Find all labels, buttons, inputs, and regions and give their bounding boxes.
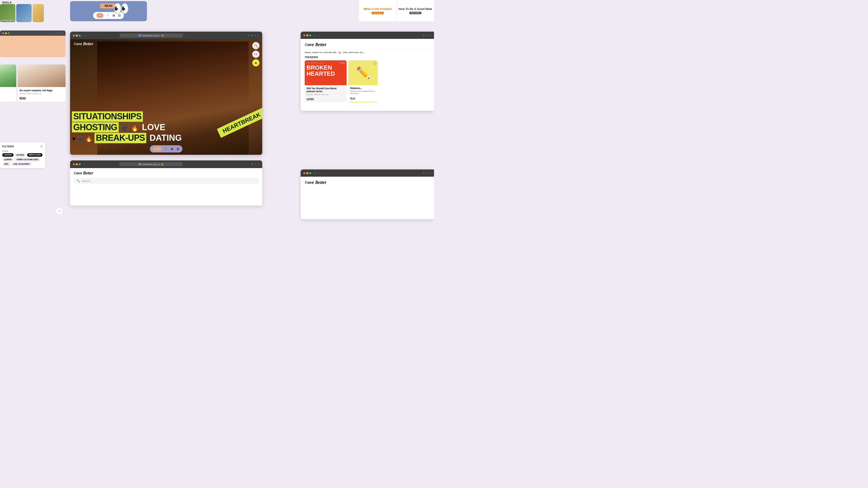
main-browser-chrome: ⬡ ‹ lovebetter.org.nz 🔒 ↻ ⬆ + ⬡ xyxy=(70,32,262,39)
nav-heart-main[interactable]: ♡ xyxy=(164,147,167,151)
top-card-2[interactable]: How To Be A Good Mate EXPLORE xyxy=(397,0,434,22)
window-icon-left: ⬡ xyxy=(55,32,57,34)
share-icon-rb[interactable]: ⬆ xyxy=(423,172,425,175)
close-x-icon[interactable]: ✕ xyxy=(338,61,340,64)
expand-icon-right[interactable]: ⬡ xyxy=(429,34,431,37)
filters-close-icon[interactable]: ✕ xyxy=(40,144,43,148)
tablet-mockup: READ 🏠 ♡ ⊞ ⊟ xyxy=(70,1,147,21)
url-text-main: lovebetter.org.nz xyxy=(142,34,160,37)
trending-card-2[interactable]: ♡ ✏️ Relations... Everyone des trusting … xyxy=(348,60,378,102)
window-toggle-rb[interactable]: ⬡ xyxy=(313,172,316,175)
plus-icon-main[interactable]: + xyxy=(254,34,256,37)
expand-icon-left[interactable]: ⬡ xyxy=(61,32,63,34)
reels-label: REELS xyxy=(2,1,12,4)
dot-green-left xyxy=(8,32,9,34)
love-better-logo-right: ©ove Better xyxy=(305,42,430,47)
reel-label-3: Dati... xyxy=(36,20,40,21)
filter-tag-red-flags[interactable]: RED FLAGS xyxy=(27,153,42,157)
top-card-1[interactable]: What is the Problem EXPLORE xyxy=(359,0,396,22)
dot-green-rb xyxy=(309,172,311,174)
filter-tag-third-culture[interactable]: THIRD CULTURE KIDS xyxy=(14,158,40,161)
main-center: ⬡ ‹ lovebetter.org.nz 🔒 ↻ ⬆ + ⬡ ©ove Bet… xyxy=(66,25,267,244)
nav-filter-main[interactable]: ⊟ xyxy=(177,147,179,151)
refresh-icon-main[interactable]: ↻ xyxy=(248,34,250,37)
right-bottom-chrome: ⬡ ‹ › ⬆ + ⬡ xyxy=(301,169,434,177)
emoji-flame: 🔥 xyxy=(131,125,138,131)
right-tagline: MORE. LEARN TO LOVE BETTER. 🏠 1000+ ARTI… xyxy=(305,50,430,54)
filter-tag-expert[interactable]: ASK AN EXPERT xyxy=(11,162,32,166)
explore-badge-1[interactable]: EXPLORE xyxy=(372,12,383,14)
filter-tag-advice[interactable]: ADVICE xyxy=(2,153,13,157)
broken-hearted-tags: ADVICE, BREAK-UPS (+3) xyxy=(307,94,345,96)
reel-thumb-2[interactable]: ♡ xyxy=(16,4,32,22)
nav-back-bottom[interactable]: ‹ xyxy=(84,163,84,166)
left-card-read[interactable]: READ xyxy=(20,97,26,99)
nav-forward-rb[interactable]: › xyxy=(319,171,320,175)
right-browser-window: ⬡ ‹ › ⬆ + ⬡ ©ove Better MORE. LEARN TO L… xyxy=(301,32,434,111)
hero-text-overlay: SITUATIONSHIPS GHOSTING 🖤 🔥 LOVE ♥ 🖤 🔥 B… xyxy=(71,111,240,143)
reel-thumb-3[interactable]: ♡ Dati... xyxy=(33,4,44,22)
nav-back-right[interactable]: ‹ xyxy=(317,34,318,37)
love-better-logo-main: ©ove Better xyxy=(74,41,93,46)
card2-heart[interactable]: ♡ xyxy=(373,62,376,66)
nav-back-rb[interactable]: ‹ xyxy=(317,171,318,175)
reel-heart-1: ♡ xyxy=(12,5,14,7)
reel-thumb-1[interactable]: ♡ Break-up advice xyxy=(0,4,16,22)
site-header-main: ©ove Better xyxy=(70,39,262,48)
explore-badge-2[interactable]: EXPLORE xyxy=(409,12,421,14)
top-strip: REELS ♡ Break-up advice ♡ ♡ Dati... READ… xyxy=(0,0,434,25)
nav-grid-main[interactable]: ⊞ xyxy=(170,147,174,151)
nav-home-main[interactable]: 🏠 xyxy=(153,147,161,151)
reel-heart-3: ♡ xyxy=(41,5,43,7)
search-icon-btn[interactable]: 🔍 xyxy=(252,42,259,49)
deco-hearts-2: ♥ ✕ xyxy=(307,81,310,84)
filter-tag-queer[interactable]: QUEER xyxy=(2,158,13,161)
reel-heart-2: ♡ xyxy=(29,5,31,7)
expand-icon-rb[interactable]: ⬡ xyxy=(429,172,431,175)
right-bottom-browser: ⬡ ‹ › ⬆ + ⬡ ©ove Better xyxy=(301,169,434,219)
card2-title: Relations... xyxy=(350,87,376,90)
filter-tag-sex[interactable]: SEX xyxy=(2,162,10,166)
lock-icon-bottom: 🔒 xyxy=(161,163,163,165)
nav-back-main[interactable]: ‹ xyxy=(86,34,87,37)
listen-link[interactable]: LISTEN xyxy=(307,98,314,100)
lock-icon-main: 🔒 xyxy=(161,34,164,37)
arrow-button[interactable]: → xyxy=(56,207,63,215)
filter-tag-dating[interactable]: DATING xyxy=(14,153,26,157)
plus-icon-right[interactable]: + xyxy=(426,34,428,37)
eyes-icon-btn[interactable]: 👀 xyxy=(252,51,259,58)
dot-icon-btn[interactable]: ● xyxy=(252,59,259,66)
trending-card-broken-hearted[interactable]: CALLING ALL THE X BROKENHEARTED ♥ ♥ ♥ ✕ … xyxy=(305,60,346,102)
share-icon-bottom[interactable]: ⬆ xyxy=(251,163,253,166)
love-better-logo-rb: ©ove Better xyxy=(305,180,430,185)
trending-label: TRENDING xyxy=(305,56,430,59)
plus-icon-rb[interactable]: + xyxy=(426,172,428,174)
traffic-lights-left xyxy=(2,32,9,34)
left-card-landscape[interactable]: ♡ xyxy=(0,64,16,102)
play-link[interactable]: PLAY xyxy=(350,97,355,99)
broken-hearted-image: CALLING ALL THE X BROKENHEARTED ♥ ♥ ♥ ✕ … xyxy=(305,60,346,85)
plus-icon-bottom[interactable]: + xyxy=(254,163,256,166)
top-card-title-1: What is the Problem xyxy=(364,7,392,11)
plus-icon-left[interactable]: + xyxy=(59,32,60,34)
expand-icon-main[interactable]: ⬡ xyxy=(257,34,259,37)
expand-icon-bottom[interactable]: ⬡ xyxy=(257,163,259,166)
window-toggle-right[interactable]: ⬡ xyxy=(313,34,316,37)
broken-hearted-title: BROKENHEARTED xyxy=(307,65,345,77)
home-icon[interactable]: 🏠 xyxy=(96,13,103,18)
url-bar-main[interactable]: lovebetter.org.nz 🔒 xyxy=(120,33,183,37)
word-ghosting: GHOSTING xyxy=(72,122,119,133)
dot-green-right xyxy=(309,34,311,36)
heart-icon[interactable]: ♡ xyxy=(107,14,110,17)
share-icon-main[interactable]: ⬆ xyxy=(251,34,253,37)
url-bar-bottom[interactable]: lovebetter.org.nz 🔒 xyxy=(119,162,183,166)
share-icon-right[interactable]: ⬆ xyxy=(423,34,425,37)
left-card-main[interactable]: An expert explains red flags ADVICE, RED… xyxy=(18,64,66,102)
traffic-lights-bottom xyxy=(73,163,81,165)
nav-forward-right[interactable]: › xyxy=(319,34,320,37)
word-love: LOVE xyxy=(141,122,166,133)
heart-left-card[interactable]: ♡ xyxy=(13,66,15,69)
search-bar-bottom[interactable]: 🔍 Search... xyxy=(74,178,258,184)
favicon-main xyxy=(139,34,141,37)
dot-yellow-bottom xyxy=(76,163,78,165)
